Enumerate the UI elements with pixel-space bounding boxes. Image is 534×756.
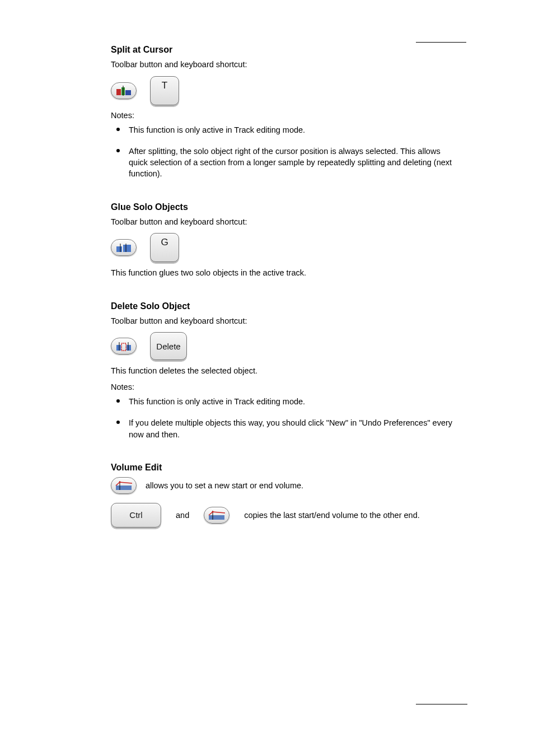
section-body: This function deletes the selected objec… — [111, 366, 458, 377]
svg-rect-5 — [123, 245, 131, 252]
header-rule — [416, 42, 466, 43]
note-text: If you delete multiple objects this way,… — [129, 418, 452, 438]
toolbar-row: Delete — [111, 332, 458, 360]
bullet-icon — [116, 149, 120, 152]
svg-rect-9 — [127, 345, 131, 351]
key-ctrl[interactable]: Ctrl — [111, 503, 161, 528]
svg-rect-16 — [209, 515, 224, 520]
volume-edit-icon[interactable] — [111, 477, 137, 494]
key-g[interactable]: G — [150, 233, 179, 262]
volume-edit-row-2: Ctrl and copies the last start/end volum… — [111, 503, 458, 528]
notes-intro: Notes: — [111, 111, 458, 120]
note-item: After splitting, the solo object right o… — [111, 146, 458, 180]
bullet-icon — [116, 421, 120, 424]
section-title: Split at Cursor — [111, 45, 458, 55]
delete-solo-object-icon[interactable] — [111, 338, 137, 354]
section-body: This function glues two solo objects in … — [111, 268, 458, 279]
volume-edit-row-1: allows you to set a new start or end vol… — [111, 477, 458, 494]
note-text: This function is only active in Track ed… — [129, 125, 305, 134]
section-title: Glue Solo Objects — [111, 202, 458, 212]
bullet-icon — [116, 399, 120, 403]
toolbar-row: G — [111, 233, 458, 262]
svg-rect-4 — [116, 246, 122, 252]
note-text: This function is only active in Track ed… — [129, 397, 305, 406]
notes-list: This function is only active in Track ed… — [111, 124, 458, 180]
note-text: After splitting, the solo object right o… — [129, 147, 452, 179]
volume-edit-and: and — [176, 511, 189, 520]
note-item: If you delete multiple objects this way,… — [111, 417, 458, 440]
svg-rect-8 — [116, 345, 121, 351]
volume-edit-text-2: copies the last start/end volume to the … — [244, 511, 420, 520]
svg-rect-0 — [116, 89, 121, 95]
section-desc: Toolbar button and keyboard shortcut: — [111, 217, 458, 228]
footer-rule — [416, 704, 467, 704]
page-content: Split at Cursor Toolbar button and keybo… — [111, 45, 458, 550]
section-glue-solo-objects: Glue Solo Objects Toolbar button and key… — [111, 202, 458, 279]
svg-point-15 — [119, 481, 120, 483]
svg-rect-10 — [121, 343, 126, 351]
section-title: Volume Edit — [111, 463, 458, 473]
glue-solo-objects-icon[interactable] — [111, 239, 137, 256]
section-split-at-cursor: Split at Cursor Toolbar button and keybo… — [111, 45, 458, 180]
volume-edit-icon[interactable] — [204, 507, 229, 524]
note-item: This function is only active in Track ed… — [111, 396, 458, 407]
section-title: Delete Solo Object — [111, 301, 458, 311]
key-label: T — [162, 80, 167, 91]
toolbar-row: T — [111, 76, 458, 105]
note-item: This function is only active in Track ed… — [111, 124, 458, 136]
bullet-icon — [116, 128, 120, 131]
svg-rect-2 — [125, 90, 131, 95]
svg-point-18 — [212, 511, 214, 512]
key-label: G — [161, 237, 168, 248]
svg-rect-13 — [116, 486, 132, 490]
notes-list: This function is only active in Track ed… — [111, 396, 458, 440]
section-desc: Toolbar button and keyboard shortcut: — [111, 59, 458, 71]
key-label: Ctrl — [129, 510, 142, 520]
section-desc: Toolbar button and keyboard shortcut: — [111, 316, 458, 327]
section-volume-edit: Volume Edit allows you to set a new star… — [111, 463, 458, 528]
key-delete[interactable]: Delete — [150, 332, 187, 360]
section-delete-solo-object: Delete Solo Object Toolbar button and ke… — [111, 301, 458, 440]
split-at-cursor-icon[interactable] — [111, 82, 137, 99]
notes-intro: Notes: — [111, 382, 458, 391]
key-label: Delete — [156, 342, 180, 351]
volume-edit-text-1: allows you to set a new start or end vol… — [146, 481, 303, 490]
key-t[interactable]: T — [150, 76, 179, 105]
